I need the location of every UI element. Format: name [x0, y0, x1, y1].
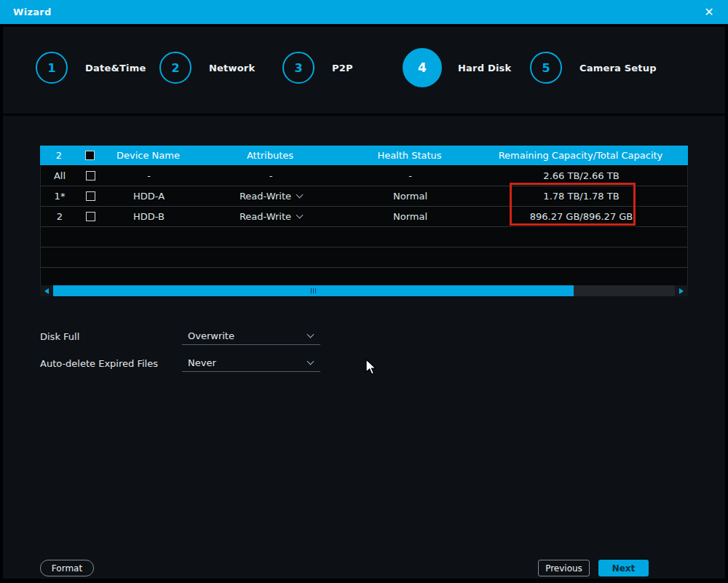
select-all-checkbox[interactable] [85, 151, 95, 160]
row-health: Normal [347, 191, 474, 202]
row-device: HDD-B [103, 211, 195, 222]
table-horizontal-scrollbar[interactable] [40, 285, 688, 296]
step-hard-disk-active[interactable]: 4 Hard Disk [403, 48, 511, 87]
step-2-label: Network [209, 63, 255, 74]
step-1-label: Date&Time [85, 63, 146, 74]
header-attributes: Attributes [194, 150, 346, 161]
window-titlebar: Wizard ✕ [0, 0, 728, 24]
wizard-panel [3, 27, 725, 579]
hdd-table: 2 Device Name Attributes Health Status R… [40, 146, 688, 288]
row-capacity: 2.66 TB/2.66 TB [474, 170, 689, 181]
step-4-circle: 4 [403, 48, 442, 87]
disk-full-label: Disk Full [40, 331, 79, 342]
header-disk-count: 2 [40, 150, 78, 161]
steps-divider [3, 114, 725, 116]
attributes-dropdown[interactable]: Read-Write [195, 191, 347, 202]
row-id: All [41, 170, 79, 181]
row-id: 2 [41, 211, 79, 222]
auto-delete-dropdown[interactable]: Never [182, 354, 320, 372]
header-capacity: Remaining Capacity/Total Capacity [473, 150, 688, 161]
row-hdd-b-checkbox[interactable] [86, 212, 95, 221]
step-3-label: P2P [332, 63, 353, 74]
scrollbar-thumb[interactable] [53, 285, 574, 296]
row-device: HDD-A [103, 191, 195, 202]
scroll-left-arrow-icon[interactable] [40, 285, 53, 296]
hdd-table-header: 2 Device Name Attributes Health Status R… [40, 146, 688, 166]
scrollbar-track[interactable] [574, 285, 675, 296]
step-2-circle: 2 [159, 52, 191, 84]
step-5-circle: 5 [530, 52, 562, 84]
table-row-hdd-b[interactable]: 2 HDD-B Read-Write Normal 896.27 GB/896.… [41, 207, 687, 227]
row-health: - [347, 170, 474, 181]
hdd-table-body: All - - - 2.66 TB/2.66 TB 1* HDD-A Read-… [40, 166, 688, 288]
chevron-down-icon [307, 331, 314, 338]
window-title: Wizard [13, 7, 52, 17]
auto-delete-label: Auto-delete Expired Files [40, 358, 158, 369]
step-3-circle: 3 [282, 52, 314, 84]
close-icon[interactable]: ✕ [699, 0, 719, 24]
previous-button[interactable]: Previous [538, 560, 590, 576]
table-row-hdd-a[interactable]: 1* HDD-A Read-Write Normal 1.78 TB/1.78 … [41, 186, 687, 207]
step-network[interactable]: 2 Network [159, 48, 255, 87]
step-5-label: Camera Setup [579, 63, 657, 74]
auto-delete-value: Never [188, 357, 216, 368]
row-capacity: 1.78 TB/1.78 TB [474, 191, 689, 202]
row-id: 1* [41, 191, 79, 202]
row-hdd-a-checkbox[interactable] [86, 191, 95, 201]
empty-row [41, 227, 687, 247]
scroll-right-arrow-icon[interactable] [675, 285, 688, 296]
table-row-all[interactable]: All - - - 2.66 TB/2.66 TB [41, 166, 687, 186]
row-attributes: - [195, 170, 347, 181]
header-device-name: Device Name [102, 150, 194, 161]
step-p2p[interactable]: 3 P2P [282, 48, 353, 87]
row-device: - [103, 170, 195, 181]
disk-full-dropdown[interactable]: Overwrite [182, 328, 320, 345]
row-capacity: 896.27 GB/896.27 GB [474, 211, 689, 222]
chevron-down-icon [307, 358, 314, 365]
header-health-status: Health Status [346, 150, 473, 161]
row-health: Normal [347, 211, 474, 222]
next-button[interactable]: Next [598, 560, 649, 576]
attributes-value: Read-Write [240, 211, 291, 222]
empty-row [41, 247, 687, 268]
attributes-value: Read-Write [240, 191, 291, 202]
row-all-checkbox[interactable] [86, 171, 95, 181]
step-4-label: Hard Disk [458, 63, 511, 74]
attributes-dropdown[interactable]: Read-Write [195, 211, 347, 222]
step-date-time[interactable]: 1 Date&Time [36, 48, 146, 87]
format-button[interactable]: Format [40, 560, 94, 576]
step-camera-setup[interactable]: 5 Camera Setup [530, 48, 657, 87]
chevron-down-icon [296, 191, 304, 199]
chevron-down-icon [296, 212, 304, 219]
step-1-circle: 1 [36, 52, 68, 84]
disk-full-value: Overwrite [188, 330, 234, 341]
